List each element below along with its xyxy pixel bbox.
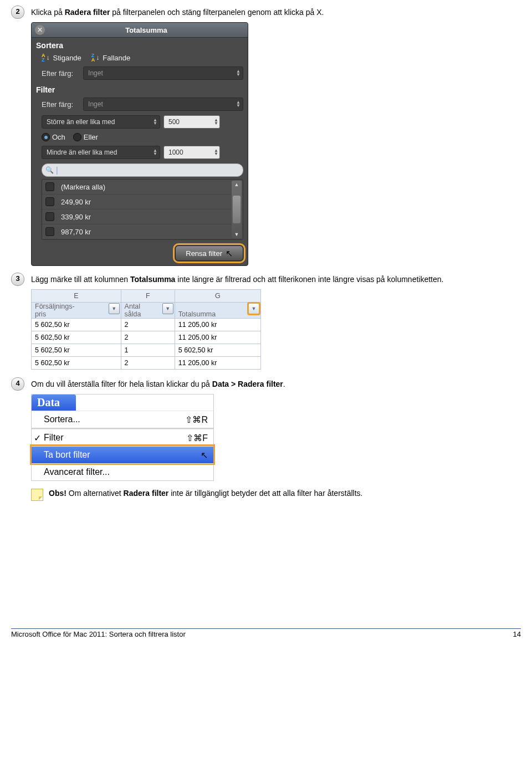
- table-row: 5 602,50 kr211 205,00 kr: [32, 331, 261, 344]
- step-number-3: 3: [11, 273, 24, 286]
- col-letter: E: [32, 290, 121, 303]
- hdr-qty-line2: sålda: [125, 310, 141, 318]
- checkbox-icon[interactable]: [45, 227, 54, 236]
- filter-dropdown-icon[interactable]: ▼: [162, 303, 173, 314]
- cond1-value: 500: [168, 118, 180, 126]
- cond2-value: 1000: [168, 148, 183, 156]
- or-label: Eller: [84, 133, 98, 141]
- step4-post: .: [283, 380, 285, 388]
- and-label: Och: [52, 133, 65, 141]
- sort-descending[interactable]: ZA ↓ Fallande: [91, 53, 130, 62]
- cell: 5 602,50 kr: [32, 319, 121, 331]
- number-stepper-icon[interactable]: ▲▼: [214, 149, 218, 156]
- data-menu: Data Sortera... ⇧⌘R ✓ Filter ⇧⌘F Ta bort…: [31, 394, 214, 481]
- header-price: Försäljnings- pris ▼: [32, 303, 121, 319]
- menu-title[interactable]: Data: [32, 395, 76, 411]
- select-stepper-icon: ▲▼: [153, 119, 157, 125]
- menu-sort-label: Sortera...: [44, 414, 80, 424]
- step-number-4: 4: [11, 377, 24, 391]
- scroll-down-icon[interactable]: ▼: [234, 232, 239, 237]
- condition-2-operator[interactable]: Mindre än eller lika med ▲▼: [42, 146, 160, 159]
- sort-section-label: Sortera: [32, 38, 248, 51]
- select-stepper-icon: ▲▼: [236, 101, 241, 107]
- footer-page-number: 14: [513, 630, 521, 638]
- hdr-price-line1: Försäljnings-: [35, 303, 75, 310]
- clear-filter-row: Rensa filter ↖: [32, 242, 248, 262]
- list-item[interactable]: 339,90 kr: [42, 209, 243, 224]
- note: Obs! Om alternativet Radera filter inte …: [31, 489, 521, 501]
- footer-wrap: Microsoft Office för Mac 2011: Sortera o…: [11, 628, 521, 642]
- cell: 2: [121, 357, 175, 370]
- condition-1-value[interactable]: 500 ▲▼: [163, 115, 220, 129]
- table-row: 5 602,50 kr211 205,00 kr: [32, 319, 261, 331]
- menu-item-remove-filter[interactable]: Ta bort filter ↖: [32, 446, 213, 463]
- step-2: 2 Klicka på Radera filter på filterpanel…: [11, 6, 521, 19]
- list-item[interactable]: 987,70 kr: [42, 224, 243, 239]
- note-post: inte är tillgängligt betyder det att all…: [168, 489, 362, 498]
- step4-bold: Data > Radera filter: [212, 380, 283, 388]
- menu-item-sort[interactable]: Sortera... ⇧⌘R: [32, 411, 213, 428]
- hdr-price-line2: pris: [35, 310, 46, 318]
- condition-row-2: Mindre än eller lika med ▲▼ 1000 ▲▼: [32, 144, 248, 161]
- sort-asc-icon: AZ ↓: [42, 53, 50, 62]
- cell: 5 602,50 kr: [32, 344, 121, 357]
- menu-item-filter[interactable]: ✓ Filter ⇧⌘F: [32, 429, 213, 446]
- note-icon: [31, 489, 43, 501]
- filter-panel-title: Totalsumma: [45, 26, 248, 34]
- select-stepper-icon: ▲▼: [153, 149, 157, 156]
- checkbox-icon[interactable]: [45, 197, 54, 206]
- and-radio[interactable]: Och: [42, 133, 65, 141]
- select-all-label: (Markera alla): [61, 183, 105, 191]
- cell: 5 602,50 kr: [175, 344, 260, 357]
- cell: 11 205,00 kr: [175, 319, 260, 331]
- sort-by-color-label: Efter färg:: [42, 69, 73, 78]
- list-item-select-all[interactable]: (Markera alla): [42, 180, 243, 194]
- filter-dropdown-icon[interactable]: ▼: [109, 303, 120, 314]
- cell: 11 205,00 kr: [175, 331, 260, 344]
- list-item[interactable]: 249,90 kr: [42, 194, 243, 209]
- list-item-label: 249,90 kr: [61, 198, 91, 206]
- sort-ascending[interactable]: AZ ↓ Stigande: [42, 53, 81, 62]
- step-2-text: Klicka på Radera filter på filterpanelen…: [31, 6, 324, 18]
- filter-dropdown-icon-highlighted[interactable]: ▼: [248, 303, 259, 314]
- scrollbar-thumb[interactable]: [233, 196, 241, 223]
- menu-item-advanced-filter[interactable]: Avancerat filter...: [32, 463, 213, 480]
- sort-color-select[interactable]: Inget ▲▼: [83, 66, 243, 80]
- step-3: 3 Lägg märke till att kolumnen Totalsumm…: [11, 273, 521, 286]
- column-letter-row: E F G: [32, 290, 261, 303]
- menu-filter-shortcut: ⇧⌘F: [186, 433, 208, 443]
- menu-filter-label: Filter: [44, 433, 64, 443]
- close-icon[interactable]: ✕: [35, 25, 45, 35]
- cell: 2: [121, 331, 175, 344]
- condition-1-operator[interactable]: Större än eller lika med ▲▼: [42, 115, 160, 129]
- step-4-text: Om du vill återställa filter för hela li…: [31, 377, 285, 390]
- filter-search-input[interactable]: 🔍 |: [42, 163, 243, 177]
- step-number-2: 2: [11, 6, 24, 19]
- checkbox-icon[interactable]: [45, 212, 54, 221]
- filter-panel-titlebar: ✕ Totalsumma: [32, 23, 248, 38]
- menu-list: Sortera... ⇧⌘R ✓ Filter ⇧⌘F Ta bort filt…: [32, 411, 213, 480]
- table-row: 5 602,50 kr211 205,00 kr: [32, 357, 261, 370]
- sort-color-value: Inget: [88, 69, 103, 77]
- check-icon: ✓: [34, 433, 41, 443]
- filter-by-color-label: Efter färg:: [42, 100, 73, 109]
- sort-direction-row: AZ ↓ Stigande ZA ↓ Fallande: [32, 51, 248, 64]
- filter-values-list: (Markera alla) 249,90 kr 339,90 kr 987,7…: [42, 179, 243, 240]
- number-stepper-icon[interactable]: ▲▼: [214, 119, 218, 125]
- filter-section-label: Filter: [32, 82, 248, 95]
- clear-filter-button[interactable]: Rensa filter ↖: [175, 245, 243, 261]
- ascending-label: Stigande: [53, 54, 81, 62]
- radio-on-icon: [42, 133, 50, 141]
- boolean-row: Och Eller: [32, 131, 248, 144]
- scroll-up-icon[interactable]: ▲: [234, 182, 239, 187]
- scrollbar[interactable]: ▲ ▼: [232, 181, 242, 238]
- checkbox-icon[interactable]: [45, 182, 54, 191]
- filter-color-select[interactable]: Inget ▲▼: [83, 98, 243, 111]
- cell: 5 602,50 kr: [32, 331, 121, 344]
- cell: 1: [121, 344, 175, 357]
- condition-2-value[interactable]: 1000 ▲▼: [163, 146, 220, 159]
- filter-color-row: Efter färg: Inget ▲▼: [32, 95, 248, 113]
- search-icon: 🔍: [45, 166, 54, 174]
- text-caret-icon: |: [56, 166, 58, 175]
- or-radio[interactable]: Eller: [73, 133, 98, 141]
